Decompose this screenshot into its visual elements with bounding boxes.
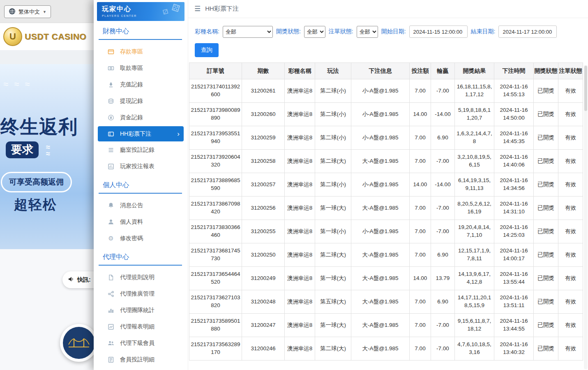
banner-tagline: 超轻松 [14, 196, 57, 214]
sidebar-item-deposit[interactable]: 存款專區 [97, 44, 184, 60]
search-button[interactable]: 查詢 [195, 43, 219, 57]
table-cell: 澳洲幸运8 [285, 220, 315, 243]
table-cell: 澳洲幸运8 [285, 290, 315, 314]
end-date-input[interactable] [498, 25, 557, 38]
table-cell: 第二球(小) [315, 173, 351, 197]
sidebar-item-label: 存款專區 [120, 48, 143, 56]
sidebar-item-hh-lottery-bets[interactable]: HH彩票下注› [98, 126, 184, 141]
draw-status-label: 開獎狀態: [276, 28, 301, 35]
sidebar-item-agent-promotion[interactable]: 代理推廣管理 [97, 286, 184, 302]
lottery-select[interactable]: 全部 [223, 26, 273, 38]
sidebar-item-withdraw-records[interactable]: 提現記錄 [97, 93, 184, 109]
menu-toggle-icon[interactable]: ☰ [194, 5, 201, 13]
draw-status-select[interactable]: 全部 [304, 26, 325, 38]
section-heading: 個人中心 [99, 181, 182, 194]
end-date-label: 結束日期: [471, 28, 496, 35]
globe-icon [9, 8, 16, 16]
table-cell: 大-A盤@1.985 [351, 314, 410, 337]
table-cell: -7.00 [431, 220, 455, 243]
table-cell: 2024-11-16 13:40:32 [494, 337, 534, 361]
page-title: HH彩票下注 [205, 5, 239, 13]
table-cell: 第一球(小) [315, 220, 351, 243]
table-cell: 大-A盤@1.985 [351, 290, 410, 314]
sidebar-item-recharge-records[interactable]: 充值記錄 [97, 76, 184, 93]
table-cell: 大-A盤@1.985 [351, 243, 410, 267]
table-cell: 2024-11-16 14:50:00 [494, 103, 534, 126]
sidebar-item-label: HH彩票下注 [120, 130, 151, 138]
lottery-name-label: 彩種名稱: [195, 28, 219, 35]
start-date-input[interactable] [409, 25, 468, 38]
bet-status-select[interactable]: 全部 [357, 26, 378, 38]
table-cell: 7.00 [410, 243, 431, 267]
sidebar-item-change-password[interactable]: ⚙修改密碼 [97, 230, 184, 247]
table-cell: 第二球(小) [315, 126, 351, 150]
table-cell: 7.00 [410, 150, 431, 173]
language-selector[interactable]: 繁体中文 ▼ [4, 5, 51, 18]
table-cell: 有效 [558, 290, 583, 314]
vertical-scrollbar[interactable] [584, 65, 588, 369]
table-row: 215217317392060432031200258澳洲幸运8第二球(大)大-… [189, 150, 583, 173]
sidebar-item-announcements[interactable]: 消息公告 [97, 197, 184, 214]
table-cell: 12,15,17,1,9,7,8,11 [455, 243, 494, 267]
table-cell: 第五球(大) [315, 290, 351, 314]
table-cell: 2024-11-16 14:00:17 [494, 243, 534, 267]
sidebar-item-profile[interactable]: 個人資料 [97, 214, 184, 230]
sidebar-item-agent-team-stats[interactable]: 代理團隊統計 [97, 302, 184, 319]
banner-headline: 终生返利 [0, 114, 78, 140]
column-header: 期數 [242, 63, 285, 79]
sidebar-item-room-bet-records[interactable]: 廳室投註記錄 [97, 142, 184, 158]
floating-service-button[interactable] [60, 324, 98, 362]
table-cell: 16,18,11,15,8,1,17,12 [455, 79, 494, 103]
password-icon: ⚙ [107, 235, 115, 242]
sidebar-item-agent-sub-members[interactable]: 代理下級會員 [97, 335, 184, 352]
table-cell: 小-A盤@1.985 [351, 103, 410, 126]
table-cell: 已開獎 [534, 197, 558, 220]
table-cell: 2152173173920604320 [189, 150, 242, 173]
caret-down-icon: ▼ [43, 10, 46, 14]
table-cell: 大-A盤@1.985 [351, 150, 410, 173]
table-cell: 7.00 [410, 314, 431, 337]
table-cell: 2024-11-16 14:55:13 [494, 79, 534, 103]
table-cell: 有效 [558, 243, 583, 267]
scrollbar-thumb[interactable] [584, 66, 587, 111]
sidebar-item-agent-rules[interactable]: 代理規則說明 [97, 269, 184, 286]
table-cell: 6.90 [431, 126, 455, 150]
table-cell: 第二球(大) [315, 150, 351, 173]
sidebar-item-label: 代理下級會員 [120, 340, 154, 347]
table-cell: 19,20,4,8,14,7,1,10 [455, 220, 494, 243]
sidebar-item-player-bet-report[interactable]: 玩家投注報表 [97, 158, 184, 175]
sidebar-item-member-bet-detail[interactable]: 會員投註明細 [97, 352, 184, 368]
sidebar-sections: 財務中心存款專區取款專區充值記錄提現記錄資金記錄HH彩票下注›廳室投註記錄玩家投… [97, 27, 184, 368]
speaker-icon [68, 276, 74, 284]
table-cell: 31200255 [242, 220, 285, 243]
sidebar-item-funds-records[interactable]: 資金記錄 [97, 109, 184, 126]
table-cell: 已開獎 [534, 314, 558, 337]
table-cell: 有效 [558, 220, 583, 243]
table-cell: 31200260 [242, 103, 285, 126]
table-cell: 7.00 [410, 79, 431, 103]
table-cell: 2152173173953551940 [189, 126, 242, 150]
recharge-record-icon [107, 81, 115, 88]
table-cell: 2152173173867098420 [189, 197, 242, 220]
sidebar-item-withdraw[interactable]: 取款專區 [97, 60, 184, 76]
table-cell: 7.00 [410, 126, 431, 150]
table-cell: 9,15,6,11,8,7,18,12 [455, 314, 494, 337]
sidebar-item-agent-report-detail[interactable]: 代理報表明細 [97, 319, 184, 335]
sidebar-item-label: 廳室投註記錄 [120, 146, 154, 154]
table-row: 215217317365446452031200249澳洲幸运8第一球(大)大-… [189, 267, 583, 290]
table-cell: 1,6,3,2,14,4,7,8 [455, 126, 494, 150]
table-cell: 小-A盤@1.985 [351, 126, 410, 150]
table-cell: 31200259 [242, 126, 285, 150]
table-cell: 澳洲幸运8 [285, 314, 315, 337]
sidebar-item-label: 資金記錄 [120, 114, 143, 121]
table-cell: 4,7,6,10,18,5,3,16 [455, 337, 494, 361]
table-cell: 2152173173980089890 [189, 103, 242, 126]
table-cell: 14.00 [410, 267, 431, 290]
table-cell: 第一球(大) [315, 314, 351, 337]
table-cell: 13.79 [431, 267, 455, 290]
sidebar: 玩家中心 PLAYERS CENTER ⚄ ⚂ 財務中心存款專區取款專區充值記錄… [94, 0, 188, 370]
table-cell: 2152173173654464520 [189, 267, 242, 290]
table-cell: 2152173173889685590 [189, 173, 242, 197]
table-cell: 澳洲幸运8 [285, 197, 315, 220]
table-cell: 6,14,19,3,15,9,11,13 [455, 173, 494, 197]
